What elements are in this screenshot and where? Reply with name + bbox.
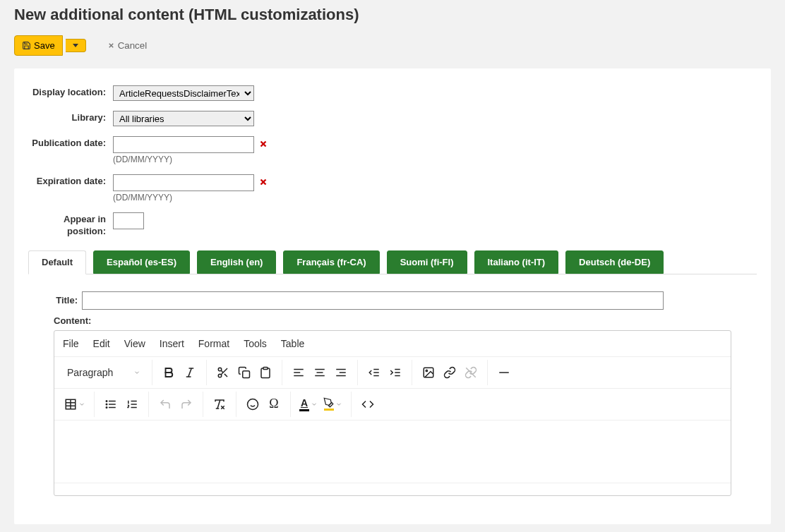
copy-icon xyxy=(238,366,251,379)
align-center-button[interactable] xyxy=(309,362,330,383)
undo-button[interactable] xyxy=(155,394,176,415)
emoji-button[interactable] xyxy=(242,394,263,415)
indent-button[interactable] xyxy=(385,362,406,383)
svg-point-36 xyxy=(426,370,427,371)
insert-link-button[interactable] xyxy=(439,362,460,383)
italic-button[interactable] xyxy=(179,362,200,383)
unlink-icon xyxy=(465,366,477,379)
undo-icon xyxy=(159,398,172,411)
align-left-button[interactable] xyxy=(288,362,309,383)
text-color-icon: A xyxy=(301,397,308,409)
table-icon xyxy=(64,398,77,411)
library-select[interactable]: All libraries xyxy=(113,111,254,126)
tab-it[interactable]: Italiano (it-IT) xyxy=(474,250,559,274)
highlight-icon xyxy=(323,397,334,408)
publication-date-label: Publication date: xyxy=(28,136,113,150)
expiration-date-input[interactable] xyxy=(113,174,254,191)
redo-icon xyxy=(180,398,193,411)
tab-fr[interactable]: Français (fr-CA) xyxy=(283,250,379,274)
horizontal-rule-button[interactable] xyxy=(493,362,515,383)
insert-table-button[interactable] xyxy=(61,394,88,415)
code-icon xyxy=(361,398,374,411)
clear-expiration-date-button[interactable] xyxy=(258,177,268,189)
omega-icon: Ω xyxy=(269,397,278,411)
content-label: Content: xyxy=(54,315,731,326)
bullet-list-icon xyxy=(104,398,117,411)
clear-icon xyxy=(258,139,268,149)
insert-image-button[interactable] xyxy=(418,362,439,383)
expiration-date-label: Expiration date: xyxy=(28,174,113,188)
menu-table[interactable]: Table xyxy=(281,338,304,349)
display-location-label: Display location: xyxy=(28,85,113,99)
menu-edit[interactable]: Edit xyxy=(93,338,110,349)
editor-canvas[interactable] xyxy=(54,421,731,483)
emoji-icon xyxy=(246,398,259,411)
copy-button[interactable] xyxy=(234,362,255,383)
link-icon xyxy=(443,366,456,379)
clear-publication-date-button[interactable] xyxy=(258,139,268,151)
special-char-button[interactable]: Ω xyxy=(263,394,284,415)
align-right-button[interactable] xyxy=(330,362,352,383)
numbered-list-button[interactable] xyxy=(121,394,143,415)
paragraph-format-select[interactable]: Paragraph xyxy=(61,364,146,381)
tab-es[interactable]: Español (es-ES) xyxy=(93,250,190,274)
menu-format[interactable]: Format xyxy=(198,338,229,349)
align-right-icon xyxy=(335,366,347,379)
appear-position-label: Appear in position: xyxy=(28,212,113,238)
appear-position-input[interactable] xyxy=(113,212,144,229)
cancel-button[interactable]: Cancel xyxy=(102,36,153,55)
title-input[interactable] xyxy=(82,291,664,310)
tab-en[interactable]: English (en) xyxy=(197,250,276,274)
redo-button[interactable] xyxy=(176,394,197,415)
save-dropdown-button[interactable] xyxy=(66,39,86,52)
source-code-button[interactable] xyxy=(357,394,378,415)
numbered-list-icon xyxy=(126,398,138,411)
cancel-button-label: Cancel xyxy=(118,40,148,51)
clear-icon xyxy=(258,177,268,187)
tab-de[interactable]: Deutsch (de-DE) xyxy=(565,250,664,274)
close-icon xyxy=(107,42,115,49)
clear-formatting-button[interactable] xyxy=(209,394,230,415)
svg-point-46 xyxy=(106,401,107,402)
paste-button[interactable] xyxy=(255,362,276,383)
unlink-button[interactable] xyxy=(460,362,481,383)
svg-rect-18 xyxy=(243,371,250,378)
paragraph-format-label: Paragraph xyxy=(67,367,113,378)
menu-file[interactable]: File xyxy=(63,338,79,349)
bold-button[interactable] xyxy=(158,362,179,383)
svg-line-12 xyxy=(188,368,192,377)
library-label: Library: xyxy=(28,111,113,124)
image-icon xyxy=(422,366,435,379)
display-location-select[interactable]: ArticleRequestsDisclaimerText xyxy=(113,85,254,101)
publication-date-input[interactable] xyxy=(113,136,254,153)
cut-button[interactable] xyxy=(212,362,234,383)
rich-text-editor: File Edit View Insert Format Tools Table… xyxy=(54,330,731,496)
page-title: New additional content (HTML customizati… xyxy=(14,6,771,24)
svg-rect-19 xyxy=(263,367,268,369)
indent-icon xyxy=(389,366,402,379)
form-panel: Display location: ArticleRequestsDisclai… xyxy=(14,68,771,524)
chevron-down-icon xyxy=(311,401,318,408)
horizontal-rule-icon xyxy=(498,366,510,379)
svg-point-13 xyxy=(218,368,222,371)
text-color-button[interactable]: A xyxy=(296,394,320,415)
svg-point-47 xyxy=(106,404,107,405)
tab-default[interactable]: Default xyxy=(28,250,86,274)
menu-tools[interactable]: Tools xyxy=(244,338,267,349)
align-left-icon xyxy=(292,366,305,379)
background-color-button[interactable] xyxy=(320,394,345,415)
paste-icon xyxy=(259,366,272,379)
save-button-label: Save xyxy=(34,40,55,51)
chevron-down-icon xyxy=(73,44,78,47)
expiration-date-hint: (DD/MM/YYYY) xyxy=(113,193,268,202)
tab-fi[interactable]: Suomi (fi-FI) xyxy=(387,250,467,274)
title-label: Title: xyxy=(54,295,78,306)
outdent-button[interactable] xyxy=(364,362,385,383)
svg-point-14 xyxy=(218,374,222,377)
save-button[interactable]: Save xyxy=(14,35,63,56)
menu-insert[interactable]: Insert xyxy=(160,338,184,349)
bullet-list-button[interactable] xyxy=(100,394,121,415)
menu-view[interactable]: View xyxy=(124,338,145,349)
editor-footer xyxy=(54,483,731,495)
chevron-down-icon xyxy=(335,401,342,408)
